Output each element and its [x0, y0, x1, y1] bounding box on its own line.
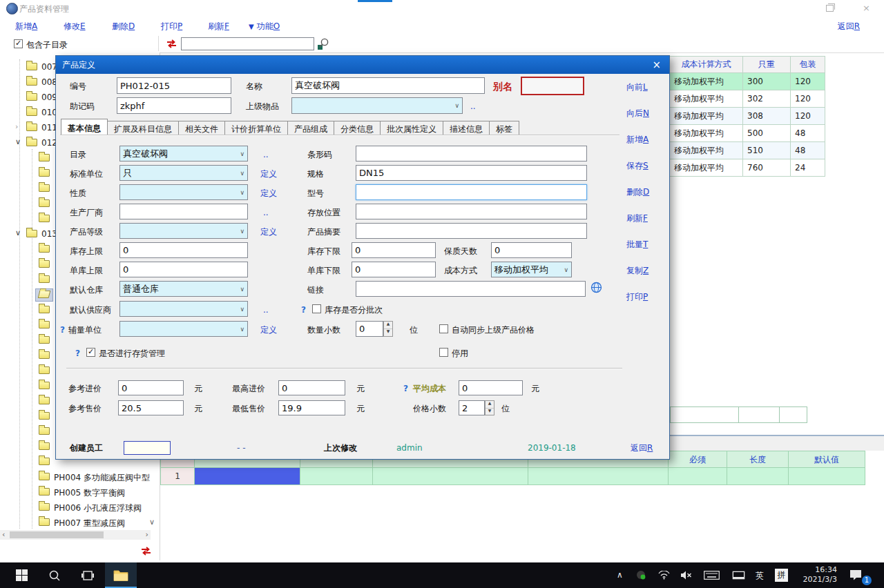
collapse-icon[interactable]: ∨: [15, 228, 21, 237]
tab-8[interactable]: 描述信息: [443, 121, 490, 135]
dialog-return-button[interactable]: 返回R: [631, 443, 653, 453]
attr-cell[interactable]: [528, 467, 669, 485]
product-table-row[interactable]: 移动加权平均51048: [670, 142, 825, 159]
nature-combo[interactable]: ∨: [119, 184, 248, 200]
stock-lower-input[interactable]: [352, 242, 436, 258]
invmgmt-help-icon[interactable]: ?: [75, 349, 80, 358]
side-button-F[interactable]: 刷新F: [626, 213, 648, 224]
start-button[interactable]: [6, 562, 37, 588]
tree-item[interactable]: PH004 多功能减压阀中型: [0, 469, 160, 484]
search-input[interactable]: [181, 37, 314, 50]
ref-sell-input[interactable]: [118, 400, 184, 415]
bin-upper-input[interactable]: [119, 262, 248, 277]
scroll-left-arrow[interactable]: ‹: [2, 530, 5, 540]
ref-buy-input[interactable]: [118, 380, 184, 395]
maker-more-link[interactable]: ..: [263, 208, 269, 217]
attr-cell-selected[interactable]: [194, 467, 300, 485]
side-button-L[interactable]: 向前L: [626, 81, 648, 93]
no-input[interactable]: [117, 77, 231, 94]
supplier-combo[interactable]: ∨: [119, 301, 248, 317]
collapse-icon[interactable]: ∨: [15, 137, 21, 146]
nature-define-link[interactable]: 定义: [260, 188, 277, 198]
taskbar-clock[interactable]: 16:34 2021/3/3: [803, 565, 837, 585]
sync-price-checkbox[interactable]: [439, 324, 448, 333]
swap-arrows-icon[interactable]: [140, 547, 152, 558]
product-table-row[interactable]: 移动加权平均308120: [670, 108, 825, 125]
catalog-more-link[interactable]: ..: [263, 150, 269, 159]
attr-cell[interactable]: [300, 467, 373, 485]
toolbar-button-F[interactable]: 刷新F: [208, 21, 229, 32]
bin-lower-input[interactable]: [352, 262, 436, 277]
side-button-N[interactable]: 向后N: [626, 108, 649, 119]
tree-hscrollbar[interactable]: ‹ ›: [0, 530, 151, 540]
include-subfolder-checkbox[interactable]: [14, 39, 23, 48]
catalog-combo[interactable]: 真空破坏阀∨: [119, 146, 248, 161]
mnemonic-input[interactable]: [117, 97, 231, 114]
batch-help-icon[interactable]: ?: [301, 305, 306, 315]
swap-arrows-icon[interactable]: [166, 39, 177, 50]
barcode-input[interactable]: [356, 146, 587, 161]
side-button-T[interactable]: 批量T: [626, 239, 648, 251]
tab-9[interactable]: 标签: [490, 121, 519, 135]
grade-combo[interactable]: ∨: [119, 223, 248, 239]
aux-unit-help-icon[interactable]: ?: [60, 325, 65, 335]
spin-down-icon[interactable]: ▼: [486, 409, 494, 415]
attr-row-number[interactable]: 1: [160, 467, 195, 485]
product-table-row[interactable]: 移动加权平均50048: [670, 125, 825, 142]
side-button-P[interactable]: 打印P: [626, 291, 648, 303]
inventory-mgmt-checkbox[interactable]: [86, 348, 95, 357]
volume-muted-icon[interactable]: [680, 570, 693, 582]
unit-define-link[interactable]: 定义: [260, 169, 277, 179]
min-sell-input[interactable]: [278, 400, 345, 415]
batch-checkbox[interactable]: [312, 304, 321, 313]
attr-cell[interactable]: [727, 467, 789, 485]
tab-3[interactable]: 相关文件: [179, 121, 225, 135]
price-decimal-input[interactable]: [459, 400, 485, 415]
qty-decimal-stepper[interactable]: ▲▼: [383, 321, 393, 337]
tab-1[interactable]: 基本信息: [61, 119, 108, 135]
side-button-A[interactable]: 新增A: [626, 134, 648, 146]
cost-method-combo[interactable]: 移动加权平均∨: [491, 262, 572, 277]
max-buy-input[interactable]: [278, 380, 345, 395]
alias-box[interactable]: [521, 77, 584, 95]
attr-cell[interactable]: [788, 467, 865, 485]
close-button[interactable]: ×: [863, 3, 870, 13]
task-view-icon[interactable]: [72, 562, 104, 588]
tab-4[interactable]: 计价折算单位: [225, 121, 288, 135]
aux-define-link[interactable]: 定义: [260, 325, 277, 335]
avg-cost-help-icon[interactable]: ?: [403, 384, 408, 393]
globe-icon[interactable]: [590, 282, 602, 295]
disable-checkbox[interactable]: [439, 348, 448, 357]
product-table-row[interactable]: 移动加权平均302120: [670, 90, 825, 108]
tree-item[interactable]: PH006 小孔液压浮球阀: [0, 500, 160, 515]
tab-6[interactable]: 分类信息: [334, 121, 381, 135]
side-button-D[interactable]: 删除D: [626, 186, 649, 198]
ime-indicator[interactable]: 拼: [775, 569, 788, 582]
location-input[interactable]: [356, 204, 587, 219]
toolbar-button-D[interactable]: 删除D: [112, 21, 135, 32]
creator-input[interactable]: [124, 441, 171, 455]
touchpad-tray-icon[interactable]: [732, 571, 745, 582]
supplier-more-link[interactable]: ..: [263, 305, 269, 315]
maker-input[interactable]: [119, 204, 248, 219]
qty-decimal-input[interactable]: [356, 321, 383, 337]
notification-center-icon[interactable]: [849, 569, 862, 582]
spin-down-icon[interactable]: ▼: [384, 329, 392, 336]
tab-7[interactable]: 批次属性定义: [381, 121, 443, 135]
grade-define-link[interactable]: 定义: [260, 227, 277, 237]
dialog-close-icon[interactable]: ×: [652, 56, 661, 74]
side-button-S[interactable]: 保存S: [626, 160, 648, 172]
scroll-thumb[interactable]: [10, 531, 104, 538]
toolbar-button-E[interactable]: 修改E: [64, 21, 86, 32]
parent-more-link[interactable]: ..: [470, 101, 476, 111]
parent-combo[interactable]: ∨: [291, 97, 463, 114]
attr-header-length[interactable]: 长度: [727, 451, 789, 468]
antivirus-tray-icon[interactable]: [636, 570, 646, 582]
stock-upper-input[interactable]: [119, 242, 248, 258]
side-button-Z[interactable]: 复制Z: [626, 265, 648, 277]
product-column-header[interactable]: 包装: [791, 57, 825, 73]
toolbar-button-P[interactable]: 打印P: [161, 21, 182, 32]
product-column-header[interactable]: 只重: [743, 57, 791, 73]
search-icon[interactable]: [317, 37, 330, 52]
restore-button[interactable]: [826, 5, 834, 12]
